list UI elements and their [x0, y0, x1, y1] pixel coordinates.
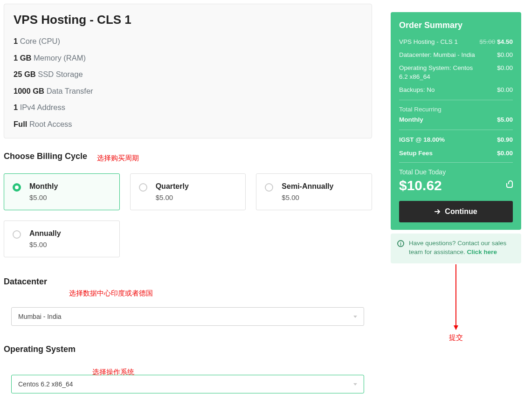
tax-amount: $0.90 [497, 136, 513, 144]
recurring-amount: $5.00 [497, 116, 513, 124]
summary-line-tax: IGST @ 18.00% $0.90 [399, 136, 513, 144]
billing-option-label: Semi-Annually [282, 182, 363, 191]
spec-value: 1 GB [14, 54, 32, 62]
summary-item-label: Operating System: Centos 6.2 x86_64 [399, 64, 478, 81]
os-select[interactable]: Centos 6.2 x86_64 [11, 375, 364, 393]
spec-value: 25 GB [14, 70, 36, 78]
summary-line-datacenter: Datacenter: Mumbai - India $0.00 [399, 51, 513, 59]
chevron-down-icon [353, 383, 357, 386]
total-due-amount: $10.62 [399, 178, 442, 193]
setup-amount: $0.00 [497, 149, 513, 158]
os-title: Operating System 选择操作系统 [4, 344, 372, 354]
info-icon: i [397, 240, 404, 247]
contact-sales-note: i Have questions? Contact our sales team… [391, 234, 521, 263]
radio-icon [139, 183, 147, 192]
continue-button[interactable]: Continue [399, 201, 513, 222]
summary-item-price: $5.00$4.50 [479, 38, 513, 46]
spec-label: Memory (RAM) [32, 54, 86, 62]
arrow-right-icon [434, 209, 441, 214]
summary-divider [399, 162, 513, 163]
billing-option-monthly[interactable]: Monthly $5.00 [4, 173, 120, 210]
summary-divider [399, 130, 513, 130]
annotation-billing: 选择购买周期 [97, 154, 139, 163]
radio-icon [13, 230, 21, 239]
billing-option-semi-annually[interactable]: Semi-Annually $5.00 [256, 173, 372, 210]
annotation-arrow-down [455, 264, 456, 330]
summary-item-label: VPS Hosting - CLS 1 [399, 38, 458, 46]
total-due-label: Total Due Today [399, 168, 513, 176]
radio-icon [265, 183, 273, 192]
annotation-datacenter: 选择数据中心印度或者德国 [69, 289, 153, 298]
annotation-submit: 提交 [391, 333, 521, 342]
spec-value: 1 [14, 103, 18, 111]
billing-option-price: $5.00 [282, 193, 363, 201]
summary-item-price: $0.00 [497, 86, 513, 94]
order-summary-title: Order Summary [399, 21, 513, 30]
billing-option-price: $5.00 [156, 193, 237, 201]
tax-label: IGST @ 18.00% [399, 136, 445, 144]
billing-cycle-title-text: Choose Billing Cycle [4, 151, 87, 161]
summary-line-recurring: Monthly $5.00 [399, 116, 513, 124]
spec-label: SSD Storage [36, 70, 83, 78]
os-title-text: Operating System [4, 344, 76, 354]
summary-original-price: $5.00 [479, 38, 495, 45]
radio-icon [13, 183, 21, 192]
summary-item-price: $0.00 [497, 64, 513, 81]
summary-discount-price: $4.50 [497, 38, 513, 45]
billing-option-price: $5.00 [29, 241, 111, 248]
datacenter-select[interactable]: Mumbai - India [11, 307, 364, 326]
spec-value: 1 [14, 37, 18, 45]
summary-item-label: Datacenter: Mumbai - India [399, 51, 475, 59]
chevron-down-icon [353, 316, 357, 318]
product-card: VPS Hosting - CLS 1 1 Core (CPU) 1 GB Me… [4, 4, 372, 138]
product-spec-list: 1 Core (CPU) 1 GB Memory (RAM) 25 GB SSD… [14, 37, 362, 128]
spec-label: Root Access [27, 120, 72, 128]
datacenter-title-text: Datacenter [4, 277, 47, 286]
continue-button-label: Continue [445, 207, 477, 216]
spec-label: Core (CPU) [18, 37, 60, 45]
billing-cycle-options: Monthly $5.00 Quarterly $5.00 Semi-Annua… [4, 173, 372, 257]
summary-line-backups: Backups: No $0.00 [399, 86, 513, 94]
cart-icon [506, 183, 513, 188]
summary-line-setup: Setup Fees $0.00 [399, 149, 513, 158]
contact-sales-link[interactable]: Click here [467, 248, 497, 255]
product-title: VPS Hosting - CLS 1 [14, 13, 362, 27]
spec-label: Data Transfer [44, 87, 93, 95]
spec-value: 1000 GB [14, 87, 44, 95]
os-select-value: Centos 6.2 x86_64 [18, 380, 73, 388]
billing-cycle-title: Choose Billing Cycle 选择购买周期 [4, 151, 372, 161]
total-due-row: $10.62 [399, 178, 513, 193]
note-text: Have questions? Contact our sales team f… [409, 239, 515, 257]
datacenter-select-value: Mumbai - India [18, 313, 62, 320]
billing-option-label: Monthly [29, 182, 111, 191]
summary-divider [399, 100, 513, 100]
annotation-os: 选择操作系统 [92, 368, 134, 377]
billing-option-price: $5.00 [29, 193, 111, 201]
billing-option-annually[interactable]: Annually $5.00 [4, 220, 120, 257]
spec-label: IPv4 Address [18, 103, 65, 111]
setup-label: Setup Fees [399, 149, 433, 158]
datacenter-title: Datacenter 选择数据中心印度或者德国 [4, 277, 372, 287]
summary-line-product: VPS Hosting - CLS 1 $5.00$4.50 [399, 38, 513, 46]
recurring-label: Total Recurring [399, 106, 513, 113]
summary-item-price: $0.00 [497, 51, 513, 59]
spec-value: Full [14, 120, 27, 128]
billing-option-label: Quarterly [156, 182, 237, 191]
summary-item-label: Backups: No [399, 86, 435, 94]
recurring-cycle: Monthly [399, 116, 423, 124]
billing-option-quarterly[interactable]: Quarterly $5.00 [130, 173, 246, 210]
summary-line-os: Operating System: Centos 6.2 x86_64 $0.0… [399, 64, 513, 81]
billing-option-label: Annually [29, 229, 111, 238]
order-summary-card: Order Summary VPS Hosting - CLS 1 $5.00$… [391, 12, 521, 230]
